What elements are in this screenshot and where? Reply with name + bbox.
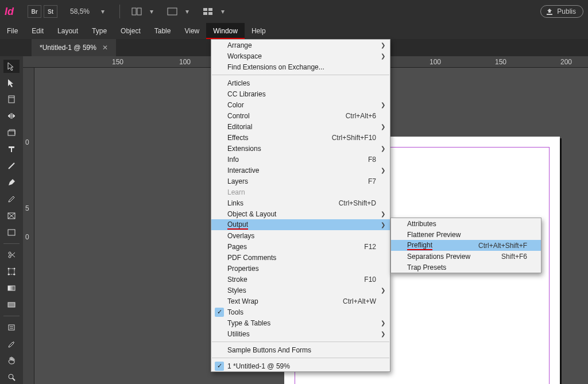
submenu-arrow-icon: ❯ <box>381 102 385 108</box>
menu-item-overlays[interactable]: Overlays <box>211 230 390 241</box>
page-tool[interactable] <box>3 93 20 106</box>
submenu-item-preflight[interactable]: PreflightCtrl+Alt+Shift+F <box>391 240 541 251</box>
menubar-item-view[interactable]: View <box>177 23 206 39</box>
content-collector-tool[interactable] <box>3 126 20 139</box>
submenu-item-trap-presets[interactable]: Trap Presets <box>391 262 541 273</box>
gap-tool[interactable] <box>3 110 20 123</box>
menu-item-properties[interactable]: Properties <box>211 263 390 274</box>
rectangle-tool[interactable] <box>3 226 20 239</box>
menubar-item-window[interactable]: Window <box>206 23 245 39</box>
svg-rect-4 <box>208 8 212 11</box>
ruler-mark: 100 <box>179 58 191 66</box>
dropdown-icon[interactable]: ▾ <box>181 5 194 18</box>
menu-item-object-layout[interactable]: Object & Layout❯ <box>211 208 390 219</box>
document-tab[interactable]: *Untitled-1 @ 59% ✕ <box>32 39 116 56</box>
free-transform-tool[interactable] <box>3 265 20 278</box>
zoom-tool[interactable] <box>3 371 20 384</box>
menu-item-editorial[interactable]: Editorial❯ <box>211 121 390 132</box>
view-options-icon[interactable] <box>130 5 143 18</box>
menu-item-label: Color <box>227 101 244 109</box>
menu-shortcut: F12 <box>364 243 384 251</box>
menubar-item-help[interactable]: Help <box>245 23 273 39</box>
submenu-item-attributes[interactable]: Attributes <box>391 218 541 229</box>
selection-tool[interactable] <box>3 60 20 73</box>
menubar-item-table[interactable]: Table <box>148 23 178 39</box>
dropdown-icon[interactable]: ▾ <box>145 5 158 18</box>
submenu-item-separations-preview[interactable]: Separations PreviewShift+F6 <box>391 251 541 262</box>
menu-item-utilities[interactable]: Utilities❯ <box>211 328 390 339</box>
menu-item-label: Stroke <box>227 276 247 284</box>
pencil-tool[interactable] <box>3 192 20 205</box>
menubar-item-layout[interactable]: Layout <box>51 23 85 39</box>
menu-item-label: Sample Buttons And Forms <box>227 346 311 354</box>
svg-point-29 <box>9 374 13 379</box>
submenu-arrow-icon: ❯ <box>381 331 385 337</box>
menu-item-type-tables[interactable]: Type & Tables❯ <box>211 317 390 328</box>
zoom-dropdown-icon[interactable]: ▾ <box>96 5 109 18</box>
direct-selection-tool[interactable] <box>3 76 20 90</box>
gradient-feather-tool[interactable] <box>3 298 20 312</box>
menubar-item-object[interactable]: Object <box>114 23 148 39</box>
hand-tool[interactable] <box>3 354 20 367</box>
menu-item-effects[interactable]: EffectsCtrl+Shift+F10 <box>211 132 390 143</box>
menu-item-sample-buttons-and-forms[interactable]: Sample Buttons And Forms <box>211 344 390 355</box>
menu-item-1-untitled-1-59-[interactable]: ✓1 *Untitled-1 @ 59% <box>211 360 390 371</box>
menu-item-color[interactable]: Color❯ <box>211 99 390 110</box>
screen-mode-icon[interactable] <box>166 5 179 18</box>
dropdown-icon[interactable]: ▾ <box>216 5 229 18</box>
menu-item-output[interactable]: Output❯ <box>211 219 390 230</box>
menu-shortcut: F8 <box>368 156 384 164</box>
menu-bar: FileEditLayoutTypeObjectTableViewWindowH… <box>0 23 588 39</box>
menubar-item-edit[interactable]: Edit <box>25 23 51 39</box>
svg-line-10 <box>9 163 14 169</box>
svg-point-20 <box>8 268 10 270</box>
menu-item-tools[interactable]: ✓Tools <box>211 307 390 317</box>
svg-point-21 <box>14 268 16 270</box>
gradient-swatch-tool[interactable] <box>3 282 20 295</box>
svg-rect-14 <box>8 230 15 235</box>
menu-item-label: Pages <box>227 243 247 251</box>
menu-item-text-wrap[interactable]: Text WrapCtrl+Alt+W <box>211 296 390 307</box>
publish-online-button[interactable]: Publis <box>540 5 583 18</box>
zoom-level[interactable]: 58,5% <box>65 7 94 15</box>
tools-panel <box>0 56 23 384</box>
bridge-button[interactable]: Br <box>28 5 41 18</box>
scissors-tool[interactable] <box>3 249 20 262</box>
vertical-ruler: 050 <box>23 68 34 384</box>
menu-item-find-extensions-on-exchange-[interactable]: Find Extensions on Exchange... <box>211 61 390 72</box>
eyedropper-tool[interactable] <box>3 338 20 351</box>
rectangle-frame-tool[interactable] <box>3 209 20 222</box>
svg-rect-26 <box>9 325 14 330</box>
submenu-item-flattener-preview[interactable]: Flattener Preview <box>391 229 541 240</box>
menu-item-label: 1 *Untitled-1 @ 59% <box>227 362 290 370</box>
menu-item-styles[interactable]: Styles❯ <box>211 285 390 296</box>
pen-tool[interactable] <box>3 176 20 189</box>
note-tool[interactable] <box>3 321 20 334</box>
menu-item-control[interactable]: ControlCtrl+Alt+6 <box>211 110 390 121</box>
submenu-arrow-icon: ❯ <box>381 53 385 59</box>
menu-item-info[interactable]: InfoF8 <box>211 154 390 165</box>
type-tool[interactable] <box>3 143 20 156</box>
menu-item-arrange[interactable]: Arrange❯ <box>211 40 390 51</box>
menubar-item-type[interactable]: Type <box>85 23 114 39</box>
menu-item-extensions[interactable]: Extensions❯ <box>211 143 390 154</box>
stock-button[interactable]: St <box>44 5 57 18</box>
menu-item-layers[interactable]: LayersF7 <box>211 176 390 187</box>
line-tool[interactable] <box>3 159 20 172</box>
menu-shortcut: F10 <box>364 276 384 284</box>
menu-item-label: Articles <box>227 79 250 87</box>
close-icon[interactable]: ✕ <box>102 44 108 52</box>
menu-item-articles[interactable]: Articles <box>211 77 390 88</box>
menu-item-cc-libraries[interactable]: CC Libraries <box>211 88 390 99</box>
submenu-arrow-icon: ❯ <box>381 222 385 228</box>
menu-item-pdf-comments[interactable]: PDF Comments <box>211 252 390 263</box>
ruler-mark: 0 <box>25 138 29 146</box>
menu-item-workspace[interactable]: Workspace❯ <box>211 51 390 61</box>
menu-item-pages[interactable]: PagesF12 <box>211 241 390 252</box>
check-icon: ✓ <box>215 308 224 317</box>
arrange-docs-icon[interactable] <box>202 5 214 18</box>
menu-item-interactive[interactable]: Interactive❯ <box>211 165 390 176</box>
menu-item-links[interactable]: LinksCtrl+Shift+D <box>211 197 390 208</box>
menubar-item-file[interactable]: File <box>0 23 25 39</box>
menu-item-stroke[interactable]: StrokeF10 <box>211 274 390 285</box>
